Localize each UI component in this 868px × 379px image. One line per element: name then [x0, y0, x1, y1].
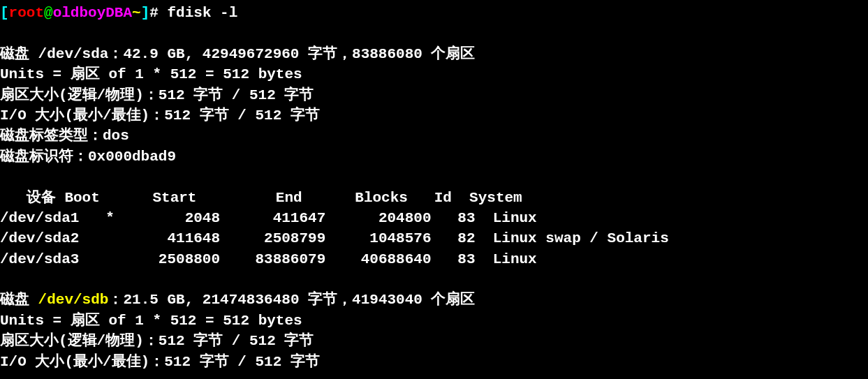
partition-row-3: /dev/sda3 2508800 83886079 40688640 83 L…: [0, 251, 537, 267]
prompt-host: oldboyDBA: [53, 5, 132, 21]
disk-sda-units: Units = 扇区 of 1 * 512 = 512 bytes: [0, 66, 302, 82]
disk-sda-io-size: I/O 大小(最小/最佳)：512 字节 / 512 字节: [0, 107, 320, 124]
partition-table-header: 设备 Boot Start End Blocks Id System: [0, 190, 522, 206]
command: fdisk -l: [168, 5, 238, 21]
prompt-user: root: [9, 5, 44, 21]
partition-row-2: /dev/sda2 411648 2508799 1048576 82 Linu…: [0, 230, 669, 246]
disk-sda-identifier: 磁盘标识符：0x000dbad9: [0, 149, 176, 165]
left-bracket: [: [0, 5, 9, 21]
disk-sda-sector-size: 扇区大小(逻辑/物理)：512 字节 / 512 字节: [0, 87, 314, 103]
prompt-path: ~: [132, 5, 141, 21]
disk-sdb-io-size: I/O 大小(最小/最佳)：512 字节 / 512 字节: [0, 354, 320, 370]
disk-sdb-units: Units = 扇区 of 1 * 512 = 512 bytes: [0, 313, 302, 329]
disk-sdb-suffix: ：21.5 GB, 21474836480 字节，41943040 个扇区: [108, 292, 475, 308]
disk-sda-header: 磁盘 /dev/sda：42.9 GB, 42949672960 字节，8388…: [0, 46, 475, 62]
right-bracket: ]: [141, 5, 150, 21]
disk-sdb-prefix: 磁盘: [0, 292, 38, 308]
prompt-symbol: #: [149, 5, 167, 21]
partition-row-1: /dev/sda1 * 2048 411647 204800 83 Linux: [0, 210, 537, 226]
disk-sdb-device: /dev/sdb: [38, 292, 109, 308]
disk-sda-label-type: 磁盘标签类型：dos: [0, 128, 129, 144]
disk-sdb-sector-size: 扇区大小(逻辑/物理)：512 字节 / 512 字节: [0, 333, 314, 349]
prompt-at: @: [44, 5, 53, 21]
